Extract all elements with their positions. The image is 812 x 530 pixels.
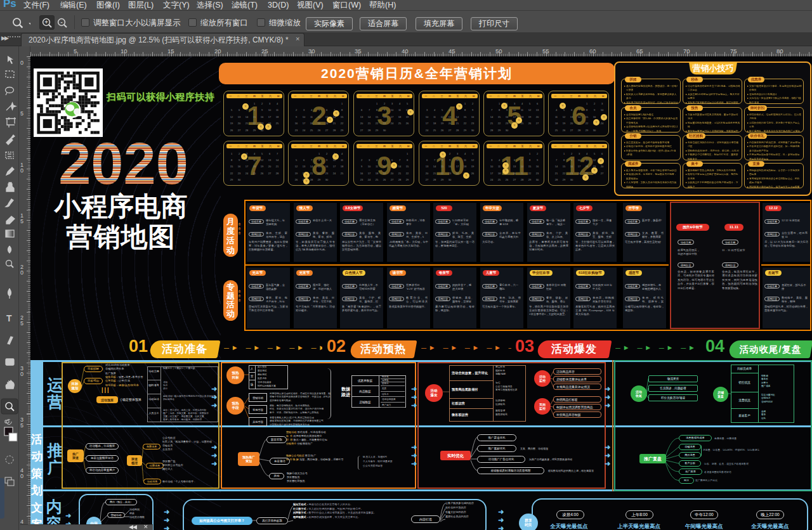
svg-text:+: + <box>44 18 48 25</box>
svg-text:-: - <box>60 18 62 25</box>
svg-text:T: T <box>6 313 12 323</box>
